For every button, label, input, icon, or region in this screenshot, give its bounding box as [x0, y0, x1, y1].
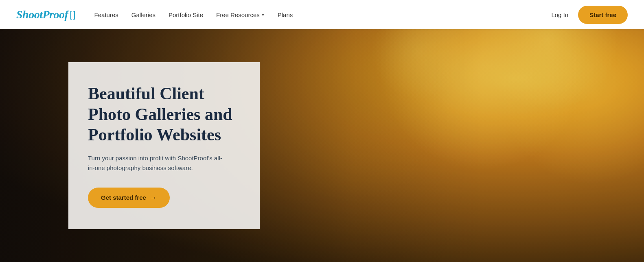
get-started-button[interactable]: Get started free →: [88, 188, 170, 208]
chevron-down-icon: [261, 14, 265, 16]
hero-content: Beautiful Client Photo Galleries and Por…: [68, 29, 260, 262]
nav-features[interactable]: Features: [94, 11, 118, 18]
logo[interactable]: ShootProof [ ]: [16, 8, 75, 21]
logo-bracket-icon: [ ]: [70, 9, 74, 20]
hero-card: Beautiful Client Photo Galleries and Por…: [68, 62, 260, 229]
login-link[interactable]: Log In: [551, 11, 568, 18]
hero-section: Beautiful Client Photo Galleries and Por…: [0, 0, 644, 262]
get-started-label: Get started free: [101, 194, 146, 201]
nav-right: Log In Start free: [551, 6, 628, 24]
nav-galleries[interactable]: Galleries: [131, 11, 156, 18]
start-free-button[interactable]: Start free: [578, 6, 628, 24]
logo-text: ShootProof: [16, 8, 68, 21]
nav-links: Features Galleries Portfolio Site Free R…: [94, 11, 552, 18]
hero-subtext: Turn your passion into profit with Shoot…: [88, 153, 226, 173]
nav-portfolio-site[interactable]: Portfolio Site: [169, 11, 203, 18]
nav-free-resources[interactable]: Free Resources: [216, 11, 265, 18]
nav-plans[interactable]: Plans: [278, 11, 293, 18]
arrow-right-icon: →: [150, 194, 157, 201]
hero-headline: Beautiful Client Photo Galleries and Por…: [88, 83, 240, 145]
navbar: ShootProof [ ] Features Galleries Portfo…: [0, 0, 644, 29]
